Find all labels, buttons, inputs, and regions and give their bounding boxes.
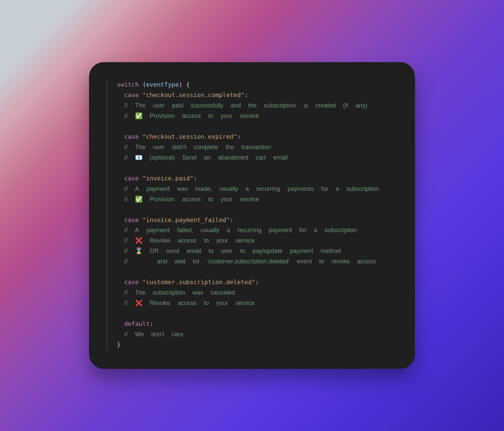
comment-line: // ❌ Revoke access to your service [124,237,255,244]
brace-close: } [117,341,121,348]
comment-line: // A payment was made, usually a recurri… [124,185,379,192]
keyword-default: default [124,320,150,327]
comment-line: // ⌛ OR send email to user to pay/update… [124,247,341,254]
identifier-eventtype: eventType [146,81,179,88]
comment-line: // 📧 (optional) Send an abandoned cart e… [124,154,288,161]
comment-line: // A payment failed, usually a recurring… [124,226,357,233]
comment-line: // The user didn't complete the transact… [124,143,271,150]
keyword-case: case [124,216,139,223]
comment-line: // ❌ Revoke access to your service [124,299,255,306]
case-string-2: "invoice.paid" [142,175,194,182]
brace-open: { [186,81,190,88]
keyword-case: case [124,91,139,98]
keyword-case: case [124,133,139,140]
comment-line: // ✅ Provision access to your service [124,196,259,203]
comment-line: // ✅ Provision access to your service [124,112,259,119]
paren-close: ) [179,81,182,88]
colon: : [230,216,234,223]
code-gutter: switch (eventType) { case "checkout.sess… [107,80,397,350]
colon: : [150,320,154,327]
paren-open: ( [142,81,146,88]
code-card: switch (eventType) { case "checkout.sess… [89,62,415,369]
keyword-case: case [124,175,139,182]
keyword-case: case [124,278,139,286]
colon: : [194,175,197,182]
colon: : [244,91,248,98]
case-string-1: "checkout.session.expired" [142,133,237,140]
case-string-3: "invoice.payment_failed" [142,216,230,223]
comment-line: // and wait for 'customer.subscription.d… [124,258,376,265]
keyword-switch: switch [117,81,139,88]
case-string-0: "checkout.session.completed" [142,91,244,98]
colon: : [255,278,259,286]
comment-line: // The user paid successfully and the su… [124,102,367,109]
code-block: switch (eventType) { case "checkout.sess… [117,80,397,350]
case-string-4: "customer.subscription.deleted" [142,278,255,286]
comment-line: // We don't care [124,331,183,338]
colon: : [237,133,241,140]
comment-line: // The subscription was canceled [124,289,235,296]
